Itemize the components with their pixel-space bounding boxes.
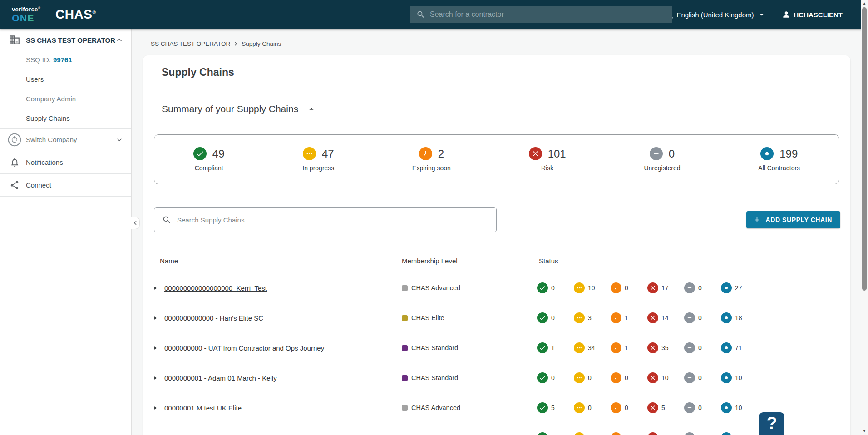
compliant-icon [537,312,548,323]
ssq-value[interactable]: 99761 [53,56,72,64]
status-cell: 5 0 0 5 0 10 [537,402,841,413]
sidebar-switch-company[interactable]: Switch Company [0,129,131,151]
breadcrumb-current[interactable]: Supply Chains [242,40,281,47]
risk-icon [529,147,542,160]
supply-chain-search-input[interactable] [177,216,488,224]
brand-logo: veriforce® ONE CHAS® [12,6,96,23]
expand-row-icon[interactable] [152,405,164,411]
scrollbar-up-arrow[interactable]: ▲ [861,0,868,6]
unregistered-icon [684,372,695,383]
summary-heading: Summary of your Supply Chains [162,103,298,115]
supply-chain-link[interactable]: 0000000000 - UAT from Contractor and Ops… [164,344,402,352]
status-cell [537,432,841,435]
all-contractors-icon [760,147,774,160]
supply-chain-link[interactable]: 0000000000000 - Hari's Elite SC [164,314,402,322]
expand-row-icon[interactable] [152,375,164,381]
status-cell: 0 10 0 17 0 27 [537,282,841,293]
search-icon [416,10,425,19]
membership-color-square [402,285,408,291]
risk-icon [647,342,658,353]
caret-down-icon [757,10,766,19]
add-supply-chain-button[interactable]: ADD SUPPLY CHAIN [746,211,840,228]
sidebar-item-users[interactable]: Users [0,69,131,89]
supply-chain-link[interactable]: 0000000001 - Adam 01 March - Kelly [164,374,402,382]
stat-in-progress: 47 In progress [302,147,334,172]
membership-level: CHAS Standard [402,374,537,381]
veriforce-logo: veriforce® ONE [12,6,40,23]
unregistered-icon [684,432,695,435]
expiring-soon-icon [611,402,621,413]
chevron-up-icon[interactable] [115,35,124,44]
risk-icon [647,432,658,435]
sidebar-item-company-admin[interactable]: Company Admin [0,89,131,109]
scrollbar[interactable]: ▲ ▼ [861,0,868,435]
table-header: Name Membership Level Status [152,252,841,269]
membership-color-square [402,375,408,381]
stat-compliant: 49 Compliant [193,147,225,172]
compliant-icon [537,372,548,383]
status-cell: 0 0 0 10 0 10 [537,372,841,383]
sidebar-collapse-button[interactable] [131,217,140,229]
in-progress-icon [574,282,585,293]
sidebar-operator[interactable]: SS CHAS TEST OPERATOR [0,30,131,50]
table-row: 000000000000000000_Kerri_Test CHAS Advan… [152,273,841,303]
membership-color-square [402,315,408,321]
risk-icon [647,282,658,293]
bell-icon [7,157,22,168]
membership-color-square [402,405,408,411]
app-header: veriforce® ONE CHAS® English (United Kin… [0,0,868,29]
sidebar-notifications[interactable]: Notifications [0,151,131,173]
all-contractors-icon [721,342,732,353]
supply-chain-link[interactable]: 00000001 M test UK Elite [164,404,402,412]
share-icon [7,180,22,190]
column-membership-level: Membership Level [402,257,537,265]
scrollbar-thumb[interactable] [862,7,867,291]
chevron-down-icon[interactable] [115,135,124,144]
stat-expiring-soon: 2 Expiring soon [412,147,451,172]
ssq-label: SSQ ID: [26,56,51,64]
contractor-search[interactable] [410,6,672,23]
all-contractors-icon [721,312,732,323]
table-row-partial [152,423,841,435]
risk-icon [647,372,658,383]
breadcrumb-operator[interactable]: SS CHAS TEST OPERATOR [151,40,230,47]
compliant-icon [537,342,548,353]
brand-divider [48,6,48,23]
sidebar-item-supply-chains[interactable]: Supply Chains [0,109,131,128]
status-cell: 0 3 1 14 0 18 [537,312,841,323]
veriforce-wordmark: veriforce [12,6,38,13]
risk-icon [647,402,658,413]
plus-icon [753,216,761,224]
in-progress-icon [574,402,585,413]
expiring-soon-icon [611,282,621,293]
table-row: 0000000000000 - Hari's Elite SC CHAS Eli… [152,303,841,333]
scrollbar-down-arrow[interactable]: ▼ [861,428,868,434]
breadcrumb: SS CHAS TEST OPERATOR Supply Chains [151,40,281,48]
status-cell: 1 34 1 35 0 71 [537,342,841,353]
search-icon [162,215,172,225]
expand-row-icon[interactable] [152,315,164,321]
supply-chains-card: Supply Chains Summary of your Supply Cha… [143,55,850,435]
unregistered-icon [684,312,695,323]
operator-name: SS CHAS TEST OPERATOR [26,36,115,44]
supply-chain-search[interactable] [154,207,497,232]
stat-all-contractors: 199 All Contractors [758,147,800,172]
in-progress-icon [574,372,585,383]
membership-color-square [402,345,408,351]
help-button[interactable]: ? [759,412,784,435]
supply-chain-link[interactable]: 000000000000000000_Kerri_Test [164,284,402,292]
expiring-soon-icon [611,432,621,435]
user-menu[interactable]: HCHASCLIENT [782,10,843,19]
all-contractors-icon [721,372,732,383]
all-contractors-icon [721,402,732,413]
all-contractors-icon [721,282,732,293]
expand-row-icon[interactable] [152,285,164,291]
expiring-soon-icon [419,147,432,160]
sidebar-connect[interactable]: Connect [0,174,131,196]
expand-row-icon[interactable] [152,345,164,351]
contractor-search-input[interactable] [430,10,666,19]
table-row: 0000000000 - UAT from Contractor and Ops… [152,333,841,363]
collapse-summary-icon[interactable] [306,104,316,114]
column-name: Name [152,257,402,265]
language-selector[interactable]: English (United Kingdom) [664,10,766,19]
